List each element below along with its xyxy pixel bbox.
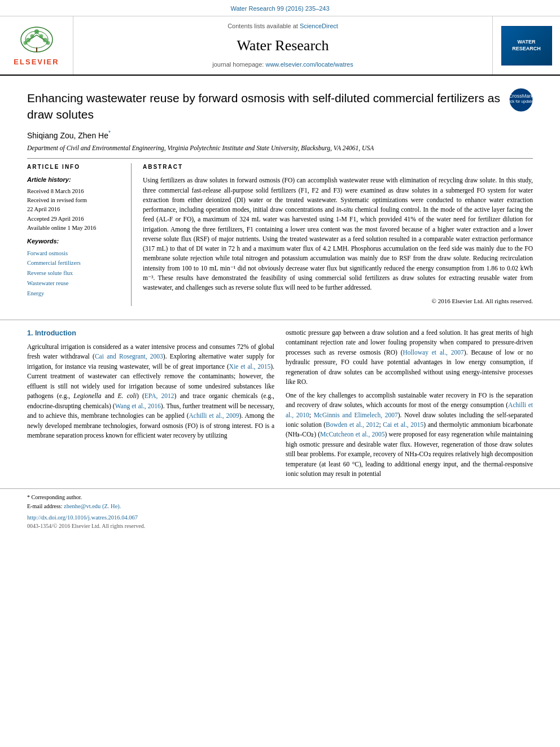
svg-point-11 <box>34 29 39 34</box>
homepage-url[interactable]: www.elsevier.com/locate/watres <box>265 61 353 68</box>
copyright-line: © 2016 Elsevier Ltd. All rights reserved… <box>143 297 533 305</box>
journal-header: ELSEVIER Contents lists available at Sci… <box>0 16 560 76</box>
revised-date2: 22 April 2016 <box>27 205 123 214</box>
authors-line: Shiqiang Zou, Zhen He* <box>27 129 533 141</box>
sciencedirect-line: Contents lists available at ScienceDirec… <box>228 22 338 30</box>
abstract-heading: ABSTRACT <box>143 163 533 171</box>
journal-top-bar: Water Research 99 (2016) 235–243 <box>0 0 560 16</box>
keywords-section: Keywords: Forward osmosis Commercial fer… <box>27 237 123 299</box>
article-history-label: Article history: <box>27 176 123 184</box>
ref-epa-link[interactable]: EPA, 2012 <box>145 392 174 399</box>
email-line: E-mail address: zhenhe@vt.edu (Z. He). <box>27 503 533 511</box>
article-info-heading: ARTICLE INFO <box>27 163 123 171</box>
article-dates: Received 8 March 2016 Received in revise… <box>27 187 123 233</box>
wr-logo-box: WATER RESEARCH <box>501 26 552 65</box>
wr-logo-text: WATER RESEARCH <box>512 39 541 52</box>
journal-doi: Water Research 99 (2016) 235–243 <box>230 5 329 12</box>
ref-xie-link[interactable]: Xie et al., 2015 <box>229 363 270 370</box>
section-divider <box>0 320 560 320</box>
water-research-logo-area: WATER RESEARCH <box>492 16 560 75</box>
elsevier-label: ELSEVIER <box>14 57 59 67</box>
journal-center-area: Contents lists available at ScienceDirec… <box>73 16 492 75</box>
svg-text:CrossMark: CrossMark <box>509 93 533 99</box>
ref-cai-link[interactable]: Cai and Rosegrant, 2003 <box>95 353 163 360</box>
doi-footer: http://dx.doi.org/10.1016/j.watres.2016.… <box>27 512 533 522</box>
article-title: Enhancing wastewater reuse by forward os… <box>27 90 533 123</box>
keywords-label: Keywords: <box>27 237 123 246</box>
author-star: * <box>108 130 111 136</box>
journal-title: Water Research <box>237 36 329 56</box>
svg-point-12 <box>30 34 34 38</box>
intro-para1: Agricultural irrigation is considered as… <box>27 342 274 441</box>
email-address[interactable]: zhenhe@vt.edu (Z. He). <box>64 503 121 509</box>
ref-bowden-link[interactable]: Bowden et al., 2012 <box>326 421 379 428</box>
ref-holloway-link[interactable]: Holloway et al., 2007 <box>403 349 464 356</box>
crossmark-icon: CrossMark click for updates <box>509 88 533 112</box>
intro-heading: 1. Introduction <box>27 328 274 339</box>
ref-achilli-link[interactable]: Achilli et al., 2009 <box>189 412 239 419</box>
svg-point-9 <box>23 41 27 45</box>
keyword-1: Forward osmosis <box>27 248 123 259</box>
abstract-text: Using fertilizers as draw solutes in for… <box>143 176 533 292</box>
body-col-left: 1. Introduction Agricultural irrigation … <box>27 328 274 483</box>
author-names: Shiqiang Zou, Zhen He <box>27 131 108 140</box>
body-text-area: 1. Introduction Agricultural irrigation … <box>0 328 560 483</box>
intro-para2b: One of the key challenges to accomplish … <box>286 391 533 479</box>
sciencedirect-link[interactable]: ScienceDirect <box>300 23 338 29</box>
accepted-date: Accepted 29 April 2016 <box>27 215 123 224</box>
received-date: Received 8 March 2016 <box>27 187 123 196</box>
keyword-2: Commercial fertilizers <box>27 258 123 268</box>
doi-url[interactable]: http://dx.doi.org/10.1016/j.watres.2016.… <box>27 514 138 521</box>
elsevier-logo-area: ELSEVIER <box>0 16 73 75</box>
ref-mcginnis-link[interactable]: McGinnis and Elimelech, 2007 <box>314 412 398 418</box>
corresponding-note: * Corresponding author. <box>27 493 533 501</box>
body-col-right: osmotic pressure gap between a draw solu… <box>286 328 533 483</box>
journal-homepage-line: journal homepage: www.elsevier.com/locat… <box>212 60 353 69</box>
svg-text:click for updates: click for updates <box>509 99 533 104</box>
article-info-abstract-section: ARTICLE INFO Article history: Received 8… <box>27 158 533 305</box>
article-content: CrossMark click for updates Enhancing wa… <box>0 76 560 311</box>
abstract-col: ABSTRACT Using fertilizers as draw solut… <box>143 163 533 305</box>
issn-footer: 0043-1354/© 2016 Elsevier Ltd. All right… <box>27 522 533 530</box>
keyword-4: Wastewater reuse <box>27 278 123 289</box>
affiliation: Department of Civil and Environmental En… <box>27 143 533 152</box>
intro-para2a: osmotic pressure gap between a draw solu… <box>286 328 533 387</box>
available-date: Available online 1 May 2016 <box>27 224 123 233</box>
keyword-3: Reverse solute flux <box>27 268 123 278</box>
ref-mccutcheon-link[interactable]: McCutcheon et al., 2005 <box>320 431 384 438</box>
svg-point-13 <box>39 34 43 38</box>
elsevier-tree-icon <box>17 24 56 55</box>
ref-wang-link[interactable]: Wang et al., 2016 <box>115 403 161 409</box>
article-info-col: ARTICLE INFO Article history: Received 8… <box>27 163 132 305</box>
keyword-5: Energy <box>27 289 123 299</box>
article-footer: * Corresponding author. E-mail address: … <box>0 488 560 534</box>
svg-point-10 <box>46 41 50 45</box>
revised-date: Received in revised form <box>27 196 123 205</box>
crossmark-badge[interactable]: CrossMark click for updates <box>509 88 533 115</box>
ref-cai2015-link[interactable]: Cai et al., 2015 <box>383 421 423 428</box>
